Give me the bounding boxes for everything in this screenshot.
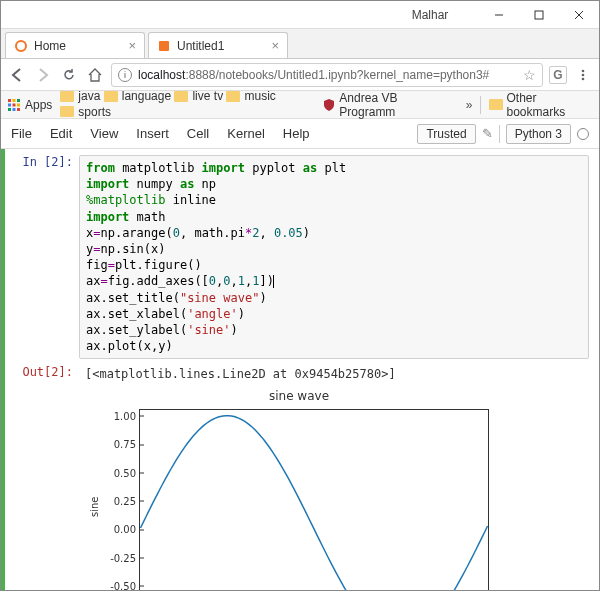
kernel-status-icon [577, 128, 589, 140]
bookmark-folder-live-tv[interactable]: live tv [174, 89, 223, 103]
svg-rect-16 [13, 108, 16, 111]
trusted-button[interactable]: Trusted [417, 124, 475, 144]
browser-tabs: Home × Untitled1 × [1, 29, 599, 59]
browser-address-bar: i localhost:8888/notebooks/Untitled1.ipy… [1, 59, 599, 91]
svg-rect-10 [13, 99, 16, 102]
bookmark-folder-music[interactable]: music [226, 89, 275, 103]
browser-tab-home[interactable]: Home × [5, 32, 145, 58]
url-path: :8888/notebooks/Untitled1.ipynb?kernel_n… [185, 68, 489, 82]
notebook-body[interactable]: In [2]: from matplotlib import pyplot as… [1, 149, 599, 591]
folder-icon [226, 91, 240, 102]
bookmark-link-label: Andrea VB Programm [339, 91, 449, 119]
shield-icon [322, 98, 335, 112]
bookmark-folder-label: music [244, 89, 275, 103]
output-text: [<matplotlib.lines.Line2D at 0x9454b2578… [79, 365, 589, 383]
svg-rect-13 [13, 103, 16, 106]
svg-rect-5 [159, 41, 169, 51]
menu-file[interactable]: File [11, 126, 32, 141]
window-close-button[interactable] [559, 1, 599, 29]
folder-icon [489, 99, 502, 110]
chart-ytick: 1.00 [84, 410, 140, 421]
svg-point-7 [582, 73, 585, 76]
site-info-icon[interactable]: i [118, 68, 132, 82]
svg-rect-11 [17, 99, 20, 102]
svg-rect-1 [535, 11, 543, 19]
back-button[interactable] [7, 65, 27, 85]
output-cell: Out[2]: [<matplotlib.lines.Line2D at 0x9… [11, 365, 589, 383]
jupyter-notebook-icon [157, 39, 171, 53]
menu-edit[interactable]: Edit [50, 126, 72, 141]
bookmark-folder-label: language [122, 89, 171, 103]
apps-grid-icon [7, 98, 21, 112]
bookmarks-overflow-button[interactable]: » [466, 98, 473, 112]
svg-rect-9 [8, 99, 11, 102]
chart-title: sine wave [79, 387, 519, 405]
window-minimize-button[interactable] [479, 1, 519, 29]
window-username: Malhar [1, 8, 479, 22]
menu-cell[interactable]: Cell [187, 126, 209, 141]
tab-title: Home [34, 39, 122, 53]
tab-close-icon[interactable]: × [128, 38, 136, 53]
apps-button[interactable]: Apps [7, 98, 52, 112]
home-button[interactable] [85, 65, 105, 85]
menu-view[interactable]: View [90, 126, 118, 141]
search-engine-button[interactable]: G [549, 66, 567, 84]
url-host: localhost [138, 68, 185, 82]
menu-help[interactable]: Help [283, 126, 310, 141]
chart-ytick: 0.75 [84, 439, 140, 450]
tab-close-icon[interactable]: × [271, 38, 279, 53]
menu-kernel[interactable]: Kernel [227, 126, 265, 141]
kernel-name-label[interactable]: Python 3 [506, 124, 571, 144]
browser-tab-untitled[interactable]: Untitled1 × [148, 32, 288, 58]
other-bookmarks-label: Other bookmarks [507, 91, 594, 119]
window-maximize-button[interactable] [519, 1, 559, 29]
chart-ytick: -0.25 [84, 552, 140, 563]
folder-icon [104, 91, 118, 102]
chart-ytick: -0.50 [84, 580, 140, 591]
notebook-menubar: FileEditViewInsertCellKernelHelp Trusted… [1, 119, 599, 149]
bookmark-star-icon[interactable]: ☆ [523, 67, 536, 83]
svg-point-8 [582, 77, 585, 80]
svg-rect-17 [17, 108, 20, 111]
menu-insert[interactable]: Insert [136, 126, 169, 141]
tab-title: Untitled1 [177, 39, 265, 53]
bookmark-folder-label: live tv [192, 89, 223, 103]
forward-button[interactable] [33, 65, 53, 85]
chart-ytick: 0.00 [84, 524, 140, 535]
bookmarks-bar: Apps java language live tv music sports … [1, 91, 599, 119]
matplotlib-output: sine wave sine -1.00-0.75-0.50-0.250.000… [79, 387, 519, 591]
apps-label: Apps [25, 98, 52, 112]
svg-point-6 [582, 69, 585, 72]
svg-rect-15 [8, 108, 11, 111]
input-prompt: In [2]: [11, 155, 79, 359]
chart-ytick: 0.25 [84, 495, 140, 506]
bookmark-link-andrea[interactable]: Andrea VB Programm [322, 91, 450, 119]
svg-point-4 [16, 41, 26, 51]
svg-rect-14 [17, 103, 20, 106]
other-bookmarks-button[interactable]: Other bookmarks [489, 91, 593, 119]
input-cell[interactable]: In [2]: from matplotlib import pyplot as… [11, 155, 589, 359]
window-titlebar: Malhar [1, 1, 599, 29]
chart-ytick: 0.50 [84, 467, 140, 478]
bookmark-folder-java[interactable]: java [60, 89, 100, 103]
chart-line [140, 410, 488, 591]
output-prompt: Out[2]: [11, 365, 79, 383]
reload-button[interactable] [59, 65, 79, 85]
code-editor[interactable]: from matplotlib import pyplot as plt imp… [79, 155, 589, 359]
code-text[interactable]: from matplotlib import pyplot as plt imp… [86, 160, 582, 354]
svg-rect-12 [8, 103, 11, 106]
bookmark-folder-sports[interactable]: sports [60, 105, 111, 119]
jupyter-home-icon [14, 39, 28, 53]
folder-icon [60, 91, 74, 102]
chrome-menu-button[interactable] [573, 65, 593, 85]
chart-plot-area: -1.00-0.75-0.50-0.250.000.250.500.751.00… [139, 409, 489, 591]
bookmark-folder-language[interactable]: language [104, 89, 171, 103]
omnibox[interactable]: i localhost:8888/notebooks/Untitled1.ipy… [111, 63, 543, 87]
folder-icon [174, 91, 188, 102]
bookmark-folder-label: sports [78, 105, 111, 119]
edit-pencil-icon[interactable]: ✎ [482, 126, 493, 141]
bookmark-folder-label: java [78, 89, 100, 103]
folder-icon [60, 106, 74, 117]
